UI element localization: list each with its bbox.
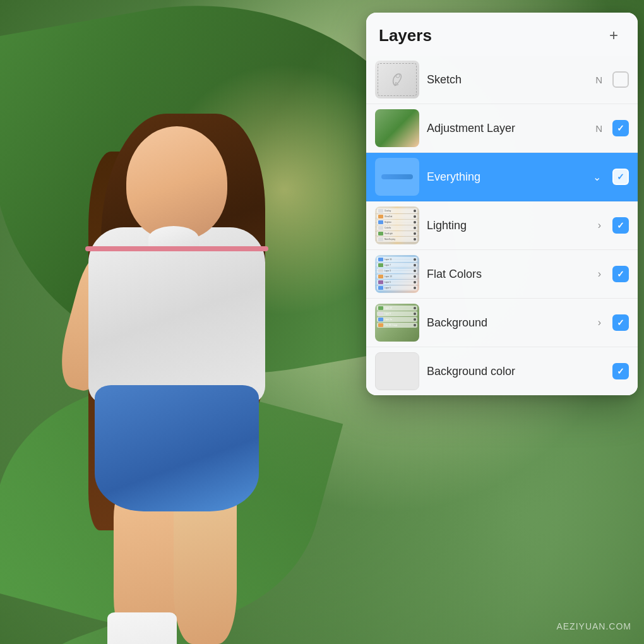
- layer-item-everything[interactable]: Everything ⌄: [366, 153, 638, 201]
- layer-name-adjustment: Adjustment Layer: [427, 122, 588, 135]
- layer-mode-sketch: N: [595, 75, 602, 85]
- layer-thumbnail-background: Layer 20 Layer 9 Layer 2a Free BG Image: [375, 304, 419, 342]
- chevron-right-icon-lighting: ›: [598, 220, 601, 231]
- chevron-right-icon-background: ›: [598, 317, 601, 328]
- layers-panel: Layers + Sketch N Adjustment Layer N Eve…: [366, 13, 638, 395]
- panel-title: Layers: [379, 26, 432, 45]
- watermark: AEZIYUAN.COM: [556, 621, 631, 631]
- layer-mode-adjustment: N: [595, 123, 602, 134]
- shorts: [95, 385, 259, 511]
- layer-thumbnail-lighting: Overlay GlowOak Brighten Colorfix: [375, 206, 419, 244]
- layer-checkbox-sketch[interactable]: [612, 71, 629, 88]
- layer-thumbnail-adjustment: [375, 109, 419, 147]
- layer-checkbox-bgcolor[interactable]: [612, 363, 629, 379]
- body: [88, 227, 265, 404]
- layer-name-everything: Everything: [427, 170, 585, 184]
- layer-item-flatcolors[interactable]: Layer 11 Layer 7 Layer 3 Layer 10: [366, 250, 638, 299]
- layer-item-bgcolor[interactable]: Background color: [366, 347, 638, 395]
- layer-name-bgcolor: Background color: [427, 365, 605, 378]
- layer-item-sketch[interactable]: Sketch N: [366, 56, 638, 104]
- layer-thumbnail-bgcolor: [375, 352, 419, 390]
- layer-name-lighting: Lighting: [427, 219, 590, 232]
- layer-thumbnail-everything: [375, 158, 419, 196]
- layer-name-sketch: Sketch: [427, 73, 588, 86]
- layer-checkbox-adjustment[interactable]: [612, 120, 629, 136]
- chevron-right-icon-flatcolors: ›: [598, 268, 601, 280]
- panel-header: Layers +: [366, 13, 638, 56]
- shirt-trim: [85, 246, 268, 251]
- layer-checkbox-background[interactable]: [612, 314, 629, 331]
- layer-item-background[interactable]: Layer 20 Layer 9 Layer 2a Free BG Image: [366, 299, 638, 347]
- layer-item-adjustment[interactable]: Adjustment Layer N: [366, 104, 638, 153]
- svg-point-0: [396, 74, 400, 78]
- character: [51, 76, 316, 644]
- layer-checkbox-everything[interactable]: [612, 169, 629, 185]
- chevron-down-icon: ⌄: [593, 171, 601, 183]
- layer-checkbox-lighting[interactable]: [612, 217, 629, 234]
- sock-left: [107, 612, 177, 644]
- layer-name-background: Background: [427, 316, 590, 330]
- layer-name-flatcolors: Flat Colors: [427, 268, 590, 281]
- head: [126, 126, 227, 240]
- layer-item-lighting[interactable]: Overlay GlowOak Brighten Colorfix: [366, 201, 638, 250]
- add-layer-button[interactable]: +: [602, 24, 625, 47]
- layer-thumbnail-flatcolors: Layer 11 Layer 7 Layer 3 Layer 10: [375, 255, 419, 293]
- everything-bar: [381, 174, 413, 179]
- layer-thumbnail-sketch: [375, 61, 419, 98]
- layer-checkbox-flatcolors[interactable]: [612, 266, 629, 282]
